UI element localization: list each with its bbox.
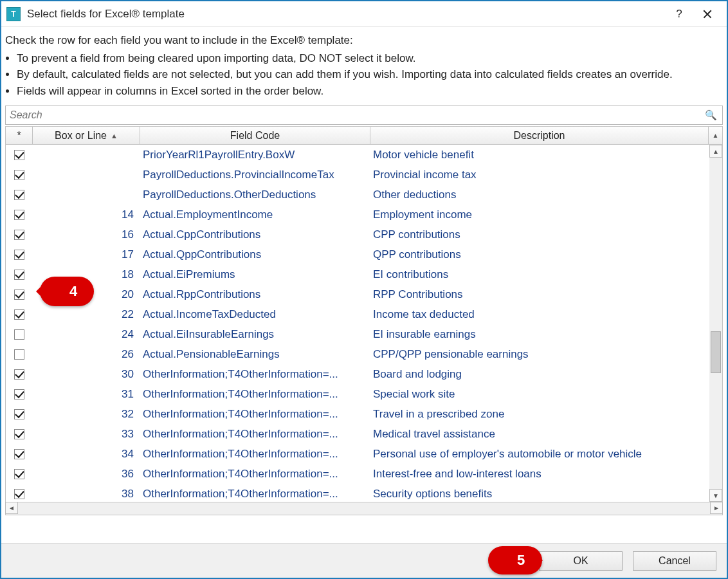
help-button[interactable]: ? <box>665 2 693 26</box>
instruction-item: To prevent a field from being cleared up… <box>17 50 723 67</box>
cell-description: EI contributions <box>370 268 722 281</box>
cell-box-or-line: 32 <box>33 408 140 421</box>
row-checkbox[interactable] <box>14 170 24 180</box>
row-checkbox[interactable] <box>14 349 24 360</box>
dialog-footer: OK Cancel <box>1 543 727 578</box>
cell-description: Personal use of employer's automobile or… <box>370 448 722 461</box>
row-checkbox[interactable] <box>14 250 24 260</box>
close-button[interactable] <box>693 2 722 26</box>
vertical-scrollbar[interactable]: ▲ ▼ <box>709 145 722 502</box>
table-row[interactable]: 14Actual.EmploymentIncomeEmployment inco… <box>6 205 722 225</box>
cell-description: EI insurable earnings <box>370 328 722 341</box>
help-icon: ? <box>676 8 682 21</box>
cell-field-code: PayrollDeductions.OtherDeductions <box>140 188 370 201</box>
cell-field-code: PayrollDeductions.ProvincialIncomeTax <box>140 169 370 181</box>
row-checkbox[interactable] <box>14 329 24 340</box>
table-row[interactable]: 30OtherInformation;T4OtherInformation=..… <box>6 364 722 384</box>
cell-box-or-line: 36 <box>33 468 140 481</box>
cell-description: Motor vehicle benefit <box>370 149 722 161</box>
cell-field-code: Actual.IncomeTaxDeducted <box>140 308 370 321</box>
row-checkbox[interactable] <box>14 469 24 479</box>
cell-field-code: Actual.PensionableEarnings <box>140 348 370 361</box>
cell-description: Travel in a prescribed zone <box>370 408 722 421</box>
fields-grid: * Box or Line ▲ Field Code Description ▲… <box>5 126 723 502</box>
instruction-item: Fields will appear in columns in Excel s… <box>17 83 723 100</box>
titlebar: T Select fields for Excel® template ? <box>1 1 727 27</box>
instructions: Check the row for each field you want to… <box>1 27 727 102</box>
annotation-callout-4: 4 <box>40 277 94 306</box>
table-row[interactable]: 31OtherInformation;T4OtherInformation=..… <box>6 384 722 404</box>
column-header-star[interactable]: * <box>6 127 33 144</box>
table-row[interactable]: 32OtherInformation;T4OtherInformation=..… <box>6 404 722 424</box>
column-header-field-code[interactable]: Field Code <box>140 127 370 144</box>
annotation-callout-5: 5 <box>488 546 542 574</box>
instruction-item: By default, calculated fields are not se… <box>17 66 723 83</box>
row-checkbox[interactable] <box>14 309 24 320</box>
scroll-top-button[interactable]: ▲ <box>708 127 722 144</box>
cell-box-or-line: 22 <box>33 308 140 321</box>
grid-header: * Box or Line ▲ Field Code Description ▲ <box>5 127 723 145</box>
cell-description: Board and lodging <box>370 368 722 381</box>
row-checkbox[interactable] <box>14 270 24 280</box>
cell-description: Medical travel assistance <box>370 428 722 441</box>
cell-field-code: OtherInformation;T4OtherInformation=... <box>140 388 370 401</box>
column-header-description[interactable]: Description <box>370 127 708 144</box>
row-checkbox[interactable] <box>14 190 24 200</box>
cell-description: RPP Contributions <box>370 288 722 301</box>
row-checkbox[interactable] <box>14 369 24 380</box>
scroll-right-button[interactable]: ► <box>710 502 723 514</box>
table-row[interactable]: 20Actual.RppContributionsRPP Contributio… <box>6 284 722 304</box>
cell-field-code: OtherInformation;T4OtherInformation=... <box>140 428 370 441</box>
scroll-up-button[interactable]: ▲ <box>709 145 722 158</box>
table-row[interactable]: 24Actual.EiInsurableEarningsEI insurable… <box>6 324 722 344</box>
search-box[interactable]: 🔍 <box>5 106 723 125</box>
scroll-down-button[interactable]: ▼ <box>709 489 722 502</box>
search-input[interactable] <box>6 109 700 121</box>
table-row[interactable]: 33OtherInformation;T4OtherInformation=..… <box>6 424 722 444</box>
ok-button[interactable]: OK <box>539 551 623 571</box>
cell-description: QPP contributions <box>370 248 722 261</box>
table-row[interactable]: 17Actual.QppContributionsQPP contributio… <box>6 244 722 264</box>
cell-field-code: OtherInformation;T4OtherInformation=... <box>140 408 370 421</box>
table-row[interactable]: PriorYearRl1PayrollEntry.BoxWMotor vehic… <box>6 145 722 165</box>
row-checkbox[interactable] <box>14 489 24 499</box>
cancel-button[interactable]: Cancel <box>633 551 716 571</box>
row-checkbox[interactable] <box>14 230 24 240</box>
scrollbar-thumb[interactable] <box>711 331 721 373</box>
table-row[interactable]: 18Actual.EiPremiumsEI contributions <box>6 264 722 284</box>
row-checkbox[interactable] <box>14 449 24 459</box>
row-checkbox[interactable] <box>14 409 24 419</box>
cell-description: CPP contributions <box>370 228 722 241</box>
row-checkbox[interactable] <box>14 290 24 300</box>
cell-field-code: OtherInformation;T4OtherInformation=... <box>140 488 370 501</box>
cell-description: Security options benefits <box>370 488 722 501</box>
cell-field-code: Actual.EmploymentIncome <box>140 208 370 221</box>
row-checkbox[interactable] <box>14 150 24 160</box>
row-checkbox[interactable] <box>14 429 24 439</box>
table-row[interactable]: PayrollDeductions.OtherDeductionsOther d… <box>6 185 722 205</box>
cell-box-or-line: 30 <box>33 368 140 381</box>
instructions-lead: Check the row for each field you want to… <box>5 32 723 49</box>
cell-box-or-line: 38 <box>33 488 140 501</box>
horizontal-scrollbar[interactable]: ◄ ► <box>5 502 723 515</box>
grid-body: PriorYearRl1PayrollEntry.BoxWMotor vehic… <box>5 145 723 502</box>
table-row[interactable]: 22Actual.IncomeTaxDeductedIncome tax ded… <box>6 304 722 324</box>
cell-field-code: OtherInformation;T4OtherInformation=... <box>140 448 370 461</box>
cell-field-code: Actual.EiInsurableEarnings <box>140 328 370 341</box>
table-row[interactable]: 34OtherInformation;T4OtherInformation=..… <box>6 444 722 464</box>
table-row[interactable]: 16Actual.CppContributionsCPP contributio… <box>6 225 722 244</box>
column-header-box-or-line[interactable]: Box or Line ▲ <box>33 127 140 144</box>
cell-box-or-line: 34 <box>33 448 140 461</box>
cell-description: Interest-free and low-interest loans <box>370 468 722 481</box>
table-row[interactable]: 36OtherInformation;T4OtherInformation=..… <box>6 464 722 484</box>
search-icon[interactable]: 🔍 <box>700 109 722 121</box>
table-row[interactable]: 38OtherInformation;T4OtherInformation=..… <box>6 484 722 502</box>
scroll-left-button[interactable]: ◄ <box>5 502 18 514</box>
row-checkbox[interactable] <box>14 210 24 220</box>
cell-box-or-line: 24 <box>33 328 140 341</box>
cell-field-code: Actual.EiPremiums <box>140 268 370 281</box>
table-row[interactable]: 26Actual.PensionableEarningsCPP/QPP pens… <box>6 344 722 364</box>
table-row[interactable]: PayrollDeductions.ProvincialIncomeTaxPro… <box>6 165 722 185</box>
row-checkbox[interactable] <box>14 389 24 400</box>
column-header-label: Box or Line <box>55 130 107 142</box>
